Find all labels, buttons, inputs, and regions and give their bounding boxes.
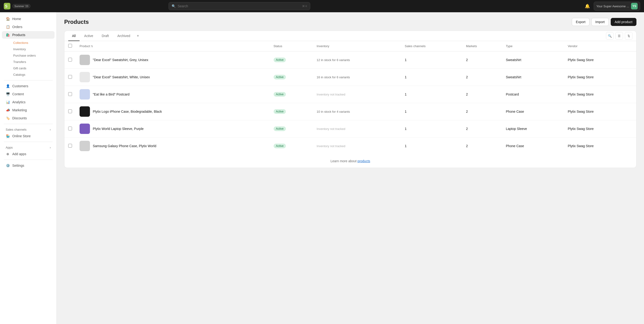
status-badge-0: Active <box>274 57 286 62</box>
inventory-value-2: Inventory not tracked <box>316 93 345 96</box>
markets-column-header: Markets <box>462 41 502 51</box>
product-thumbnail-0 <box>80 55 90 65</box>
sidebar-item-settings[interactable]: ⚙️ Settings <box>2 162 54 169</box>
sales-channels-cell-0: 1 <box>401 51 462 69</box>
status-column-header: Status <box>270 41 313 51</box>
vendor-cell-5: Plytix Swag Store <box>564 137 636 155</box>
table-row: Plytix World Laptop Sleeve, Purple Activ… <box>64 120 636 137</box>
apps-section: Apps › <box>2 144 54 150</box>
tab-archived[interactable]: Archived <box>114 31 134 41</box>
sidebar: 🏠 Home 📋 Orders 🛍️ Products Collections … <box>0 12 57 324</box>
sidebar-item-customers[interactable]: 👤 Customers <box>2 82 54 90</box>
sidebar-sub-collections[interactable]: Collections <box>10 40 56 46</box>
product-sort-icon: ⇅ <box>91 45 93 48</box>
product-name-cell-1[interactable]: "Dear Excel" Sweatshirt, White, Unisex <box>76 69 270 86</box>
product-name-cell-4[interactable]: Plytix World Laptop Sleeve, Purple <box>76 120 270 137</box>
vendor-value-3: Plytix Swag Store <box>568 110 594 113</box>
product-name-3: Plytix Logo iPhone Case, Biodegradable, … <box>93 110 162 113</box>
tabs-bar: All Active Draft Archived + 🔍 ☰ ⇅ <box>64 31 636 41</box>
sales-channels-expand-icon[interactable]: › <box>50 128 51 131</box>
content-icon: 🖥️ <box>6 92 10 96</box>
topnav-right: 🔔 Your Super Awesome ... YS <box>584 2 640 10</box>
row-checkbox-0[interactable] <box>68 58 72 61</box>
sidebar-item-discounts[interactable]: 🏷️ Discounts <box>2 114 54 122</box>
sidebar-item-analytics[interactable]: 📊 Analytics <box>2 98 54 106</box>
learn-more-section: Learn more about products <box>64 154 636 168</box>
search-input[interactable] <box>178 4 300 8</box>
sales-channels-value-5: 1 <box>405 144 407 148</box>
markets-value-4: 2 <box>466 127 468 131</box>
sidebar-item-home[interactable]: 🏠 Home <box>2 15 54 23</box>
add-tab-button[interactable]: + <box>135 31 141 41</box>
search-filter-button[interactable]: 🔍 <box>606 32 614 40</box>
sidebar-item-add-apps[interactable]: ⊕ Add apps <box>2 150 54 158</box>
status-badge-2: Active <box>274 92 286 97</box>
markets-value-5: 2 <box>466 144 468 148</box>
import-button[interactable]: Import <box>591 18 609 26</box>
sidebar-item-orders[interactable]: 📋 Orders <box>2 23 54 31</box>
product-name-cell-3[interactable]: Plytix Logo iPhone Case, Biodegradable, … <box>76 103 270 120</box>
sidebar-item-products-label: Products <box>12 33 25 37</box>
store-selector[interactable]: Your Super Awesome ... YS <box>594 2 640 10</box>
sidebar-item-online-store[interactable]: 🏪 Online Store <box>2 132 54 140</box>
row-checkbox-cell-1 <box>64 69 76 86</box>
row-checkbox-3[interactable] <box>68 109 72 113</box>
sales-channels-cell-4: 1 <box>401 120 462 137</box>
row-checkbox-2[interactable] <box>68 92 72 96</box>
type-value-0: Sweatshirt <box>506 58 521 62</box>
tab-draft[interactable]: Draft <box>98 31 112 41</box>
product-name-1: "Dear Excel" Sweatshirt, White, Unisex <box>93 75 150 79</box>
page-header: Products Export Import Add product <box>64 18 636 26</box>
vendor-cell-4: Plytix Swag Store <box>564 120 636 137</box>
sidebar-item-content[interactable]: 🖥️ Content <box>2 90 54 98</box>
type-value-1: Sweatshirt <box>506 75 521 79</box>
apps-label: Apps <box>6 146 13 149</box>
sidebar-sub-transfers[interactable]: Transfers <box>10 59 56 65</box>
product-name-cell-2[interactable]: "Eat like a Bird" Postcard <box>76 86 270 103</box>
tab-all[interactable]: All <box>68 31 80 41</box>
row-checkbox-1[interactable] <box>68 75 72 79</box>
shopify-icon: S <box>4 3 10 9</box>
status-cell-5: Active <box>270 137 313 155</box>
status-badge-1: Active <box>274 75 286 79</box>
markets-value-2: 2 <box>466 92 468 96</box>
inventory-value-3: 10 in stock for 4 variants <box>316 110 350 113</box>
learn-more-link[interactable]: products <box>358 159 370 163</box>
export-button[interactable]: Export <box>572 18 589 26</box>
vendor-value-4: Plytix Swag Store <box>568 127 594 131</box>
row-checkbox-5[interactable] <box>68 144 72 148</box>
vendor-column-header: Vendor <box>564 41 636 51</box>
row-checkbox-cell-5 <box>64 137 76 155</box>
inventory-column-header: Inventory <box>313 41 401 51</box>
apps-expand-icon[interactable]: › <box>50 146 51 149</box>
sidebar-sub-gift-cards[interactable]: Gift cards <box>10 65 56 71</box>
sidebar-sub-inventory[interactable]: Inventory <box>10 46 56 52</box>
products-icon: 🛍️ <box>6 33 10 37</box>
table-header: Product ⇅ Status Inventory Sales channel… <box>64 41 636 51</box>
vendor-cell-0: Plytix Swag Store <box>564 51 636 69</box>
notifications-button[interactable]: 🔔 <box>584 2 591 10</box>
sidebar-sub-purchase-orders[interactable]: Purchase orders <box>10 52 56 59</box>
row-checkbox-4[interactable] <box>68 127 72 130</box>
sort-button[interactable]: ⇅ <box>625 32 632 40</box>
keyboard-shortcut: ⌘ K <box>302 5 307 8</box>
type-value-5: Phone Case <box>506 144 524 148</box>
product-thumbnail-1 <box>80 72 90 82</box>
sidebar-item-products[interactable]: 🛍️ Products <box>2 31 54 39</box>
select-all-checkbox[interactable] <box>68 44 72 48</box>
sidebar-sub-catalogs[interactable]: Catalogs <box>10 71 56 78</box>
product-name-cell-0[interactable]: "Dear Excel" Sweatshirt, Grey, Unisex <box>76 51 270 69</box>
store-name: Your Super Awesome ... <box>596 4 629 8</box>
add-product-button[interactable]: Add product <box>611 18 637 26</box>
vendor-value-5: Plytix Swag Store <box>568 144 594 148</box>
product-name-cell-5[interactable]: Samsung Galaxy Phone Case, Plytix World <box>76 137 270 155</box>
sidebar-item-content-label: Content <box>12 92 24 96</box>
type-cell-3: Phone Case <box>502 103 564 120</box>
select-all-header <box>64 41 76 51</box>
filter-button[interactable]: ☰ <box>616 32 623 40</box>
search-bar[interactable]: 🔍 ⌘ K <box>168 2 310 10</box>
sidebar-item-marketing[interactable]: 📣 Marketing <box>2 106 54 114</box>
inventory-cell-2: Inventory not tracked <box>313 86 401 103</box>
product-column-header[interactable]: Product ⇅ <box>76 41 270 51</box>
tab-active[interactable]: Active <box>80 31 97 41</box>
